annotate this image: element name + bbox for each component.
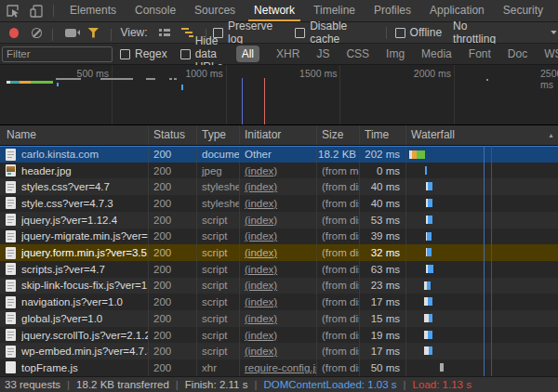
tab-console[interactable]: Console <box>126 0 185 21</box>
request-name-cell[interactable]: topFrame.js <box>0 359 149 376</box>
filter-type-img[interactable]: Img <box>386 47 405 60</box>
use-small-request-rows-icon[interactable] <box>159 28 170 37</box>
request-initiator-cell[interactable]: (index) <box>240 310 317 327</box>
column-header-size[interactable]: Size <box>317 125 360 145</box>
tab-timeline[interactable]: Timeline <box>304 0 365 21</box>
request-initiator-cell[interactable]: (index) <box>240 229 317 245</box>
request-initiator-cell[interactable]: require-config.js:2 <box>240 359 317 376</box>
initiator-link[interactable]: (index) <box>245 198 277 209</box>
request-row[interactable]: jquery.form.min.js?ver=3.51.0-201...200s… <box>0 244 558 261</box>
column-header-time[interactable]: Time <box>360 125 406 145</box>
request-row[interactable]: style.css?ver=4.7.3200stylesheet(index)(… <box>0 195 558 212</box>
request-name-cell[interactable]: carlo.kinsta.com <box>0 147 149 163</box>
request-name-cell[interactable]: skip-link-focus-fix.js?ver=1.0 <box>0 278 149 294</box>
request-initiator-cell[interactable]: (index) <box>240 343 317 359</box>
request-name-cell[interactable]: navigation.js?ver=1.0 <box>0 294 149 310</box>
checkbox-icon[interactable] <box>120 49 130 59</box>
filter-type-js[interactable]: JS <box>316 47 329 60</box>
initiator-link[interactable]: (index) <box>245 215 277 226</box>
filter-type-font[interactable]: Font <box>469 47 491 60</box>
request-name-cell[interactable]: global.js?ver=1.0 <box>0 310 149 327</box>
request-name-cell[interactable]: scripts.js?ver=4.7 <box>0 261 149 278</box>
offline-checkbox[interactable]: Offline <box>395 26 442 39</box>
tab-elements[interactable]: Elements <box>60 0 126 21</box>
checkbox-icon[interactable] <box>180 49 191 59</box>
initiator-link[interactable]: (index) <box>245 230 277 242</box>
tab-network[interactable]: Network <box>245 0 304 21</box>
request-name-cell[interactable]: wp-embed.min.js?ver=4.7.3 <box>0 343 149 359</box>
request-row[interactable]: navigation.js?ver=1.0200script(index)(fr… <box>0 294 558 310</box>
request-row[interactable]: carlo.kinsta.com200documentOther18.2 KB2… <box>0 146 558 163</box>
request-row[interactable]: header.jpg200jpeg(index)(from me...0 ms <box>0 163 558 179</box>
request-name-cell[interactable]: jquery.form.min.js?ver=3.51.0-201... <box>0 244 149 261</box>
initiator-link[interactable]: (index) <box>245 264 277 275</box>
request-initiator-cell[interactable]: (index) <box>240 261 317 278</box>
filter-input[interactable] <box>2 46 113 62</box>
request-row[interactable]: styles.css?ver=4.7200stylesheet(index)(f… <box>0 178 558 195</box>
filter-icon[interactable] <box>87 28 99 38</box>
initiator-link[interactable]: (index) <box>245 181 277 192</box>
filter-type-xhr[interactable]: XHR <box>276 47 299 60</box>
initiator-link[interactable]: (index) <box>245 346 277 357</box>
tab-sources[interactable]: Sources <box>185 0 245 21</box>
checkbox-icon[interactable] <box>395 28 405 38</box>
tab-application[interactable]: Application <box>420 0 494 21</box>
disable-cache-checkbox[interactable]: Disable cache <box>295 20 372 46</box>
request-name-cell[interactable]: styles.css?ver=4.7 <box>0 178 149 195</box>
clear-icon[interactable] <box>32 28 42 38</box>
request-row[interactable]: global.js?ver=1.0200script(index)(from d… <box>0 310 558 327</box>
request-name-cell[interactable]: jquery.scrollTo.js?ver=2.1.2 <box>0 327 149 344</box>
initiator-link[interactable]: (index) <box>245 296 277 307</box>
filter-type-media[interactable]: Media <box>421 47 452 60</box>
waterfall-bar-segment <box>429 314 433 322</box>
throttling-dropdown[interactable]: No throttling ▼ <box>453 20 558 46</box>
toggle-device-toolbar-icon[interactable] <box>29 4 44 19</box>
request-initiator-cell[interactable]: (index) <box>240 195 317 212</box>
column-header-name[interactable]: Name <box>0 125 149 145</box>
request-row[interactable]: jquery.js?ver=1.12.4200script(index)(fro… <box>0 212 558 229</box>
request-initiator-cell[interactable]: (index) <box>240 244 317 261</box>
column-header-initiator[interactable]: Initiator <box>240 125 317 145</box>
request-row[interactable]: jquery-migrate.min.js?ver=1.4.1200script… <box>0 229 558 245</box>
initiator-link[interactable]: (index) <box>245 247 277 258</box>
regex-checkbox[interactable]: Regex <box>120 47 167 60</box>
request-initiator-cell[interactable]: (index) <box>240 278 317 294</box>
tab-profiles[interactable]: Profiles <box>365 0 420 21</box>
filter-type-ws[interactable]: WS <box>544 47 558 60</box>
request-name-cell[interactable]: style.css?ver=4.7.3 <box>0 195 149 212</box>
request-row[interactable]: topFrame.js200xhrrequire-config.js:2(fro… <box>0 359 558 376</box>
initiator-link[interactable]: (index) <box>245 280 277 291</box>
column-header-type[interactable]: Type <box>197 125 240 145</box>
initiator-link[interactable]: require-config.js:2 <box>245 362 317 373</box>
request-initiator-cell[interactable]: (index) <box>240 294 317 310</box>
capture-screenshots-icon[interactable] <box>65 29 76 37</box>
network-overview-timeline[interactable]: 500 ms1000 ms1500 ms2000 ms2500 ms <box>0 65 558 125</box>
request-initiator-cell[interactable]: (index) <box>240 327 317 344</box>
filter-type-doc[interactable]: Doc <box>508 47 527 60</box>
request-row[interactable]: scripts.js?ver=4.7200script(index)(from … <box>0 261 558 278</box>
preserve-log-checkbox[interactable]: Preserve log <box>213 20 284 46</box>
column-header-status[interactable]: Status <box>149 125 197 145</box>
checkbox-icon[interactable] <box>295 28 305 38</box>
request-row[interactable]: jquery.scrollTo.js?ver=2.1.2200script(in… <box>0 327 558 344</box>
column-header-waterfall[interactable]: Waterfall▲ <box>406 125 558 145</box>
tab-audits[interactable]: Audits <box>552 0 558 21</box>
waterfall-bar-segment <box>417 150 425 159</box>
request-row[interactable]: skip-link-focus-fix.js?ver=1.0200script(… <box>0 278 558 294</box>
initiator-link[interactable]: (index) <box>245 330 277 341</box>
filter-type-css[interactable]: CSS <box>346 47 369 60</box>
request-initiator-cell[interactable]: (index) <box>240 163 317 179</box>
request-name-cell[interactable]: jquery.js?ver=1.12.4 <box>0 212 149 229</box>
tab-security[interactable]: Security <box>494 0 552 21</box>
initiator-link[interactable]: (index) <box>245 313 277 324</box>
request-name-cell[interactable]: jquery-migrate.min.js?ver=1.4.1 <box>0 229 149 245</box>
initiator-link[interactable]: (index) <box>245 165 277 176</box>
request-waterfall-cell <box>406 195 558 212</box>
request-row[interactable]: wp-embed.min.js?ver=4.7.3200script(index… <box>0 343 558 359</box>
filter-type-all[interactable]: All <box>236 46 259 62</box>
request-initiator-cell[interactable]: (index) <box>240 212 317 229</box>
request-name-cell[interactable]: header.jpg <box>0 163 149 179</box>
inspect-element-icon[interactable] <box>6 4 20 19</box>
record-network-log-button[interactable] <box>9 28 19 38</box>
request-initiator-cell[interactable]: (index) <box>240 178 317 195</box>
